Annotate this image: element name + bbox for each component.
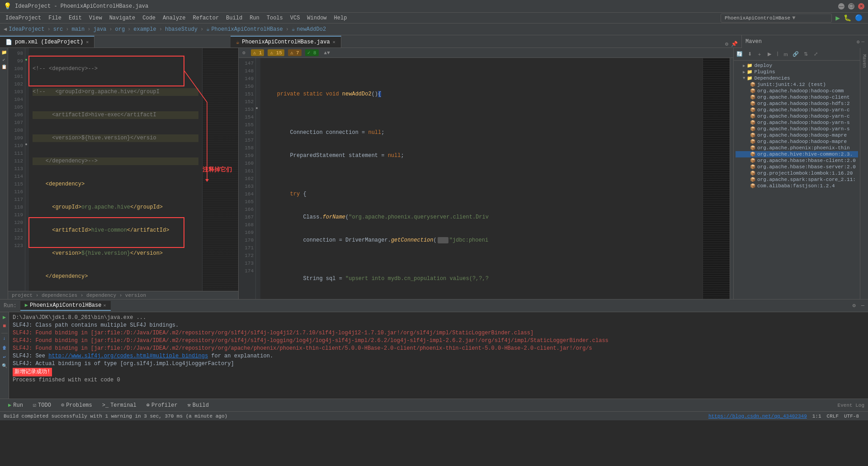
maven-dep-hive[interactable]: 📦 org.apache.hive:hive-common:2.3.: [736, 151, 858, 157]
menu-refactor[interactable]: Refactor: [189, 14, 223, 22]
menu-file[interactable]: File: [45, 14, 65, 22]
maven-minimize-icon[interactable]: —: [861, 39, 864, 44]
maven-run-icon[interactable]: ▶: [765, 50, 774, 58]
tab-pom[interactable]: 📄 pom.xml (IdeaProject) ✕: [0, 36, 94, 48]
minimize-button[interactable]: —: [838, 3, 844, 10]
btab-run[interactable]: ▶ Run: [4, 400, 28, 410]
run-tab-close[interactable]: ✕: [103, 303, 106, 308]
menu-tools[interactable]: Tools: [263, 14, 287, 22]
nav-org[interactable]: org: [115, 26, 125, 33]
maven-dep-fastjson[interactable]: 📦 com.alibaba:fastjson:1.2.4: [736, 183, 858, 189]
sidebar-project-icon[interactable]: 📁: [1, 50, 7, 56]
expand-warnings[interactable]: ▲▼: [324, 50, 330, 56]
maven-tab[interactable]: Maven ⚙ —: [741, 35, 868, 48]
maven-dep-hadoop-yarn3[interactable]: 📦 org.apache.hadoop:hadoop-yarn-s: [736, 119, 858, 126]
tab-java-close[interactable]: ✕: [333, 39, 335, 45]
btab-profiler[interactable]: ⊕ Profiler: [142, 400, 182, 410]
debug-button[interactable]: 🐛: [844, 14, 851, 22]
maven-dep-lombok[interactable]: 📦 org.projectlombok:lombok:1.16.20: [736, 170, 858, 176]
close-button[interactable]: ✕: [858, 3, 864, 10]
btab-terminal[interactable]: >_ Terminal: [98, 400, 141, 410]
maven-dep-junit[interactable]: 📦 junit:junit:4.12 (test): [736, 81, 858, 88]
maven-dep-hadoop-hdfs[interactable]: 📦 org.apache.hadoop:hadoop-hdfs:2: [736, 100, 858, 107]
right-code-content[interactable]: private static void newAddDo2(){ Connect…: [260, 58, 703, 299]
nav-java[interactable]: java: [93, 26, 106, 33]
event-log-label[interactable]: Event Log: [838, 403, 864, 408]
maven-dependencies[interactable]: ▼ 📁 Dependencies: [736, 75, 858, 81]
menu-build[interactable]: Build: [222, 14, 246, 22]
tab-pom-close[interactable]: ✕: [86, 39, 89, 45]
maven-add[interactable]: +: [755, 50, 764, 58]
editor-settings-icon[interactable]: ⚙: [725, 41, 728, 48]
maven-dep-phoenix-thin[interactable]: 📦 org.apache.phoenix:phoenix-thin: [736, 145, 858, 151]
nav-example[interactable]: example: [133, 26, 156, 33]
nav-project[interactable]: IdeaProject: [9, 26, 44, 33]
menu-navigate[interactable]: Navigate: [106, 14, 139, 22]
menu-run[interactable]: Run: [246, 14, 263, 22]
run-tab-main[interactable]: ▶ PhoenixApiControlHBase ✕: [20, 301, 111, 311]
coverage-button[interactable]: 🔵: [855, 14, 863, 22]
right-scrollbar[interactable]: [730, 58, 733, 299]
nav-class[interactable]: PhoenixApiControlHBase: [211, 26, 283, 33]
btab-problems[interactable]: ⊙ Problems: [57, 400, 97, 410]
nav-main[interactable]: main: [71, 26, 85, 33]
nav-hbasestudy[interactable]: hbaseStudy: [165, 26, 198, 33]
run-clear[interactable]: 🗑: [1, 345, 8, 352]
run-config-selector[interactable]: PhoenixApiControlHBase ▼: [721, 14, 832, 23]
left-code-content[interactable]: <!-- <dependency>--> <!-- <groupId>org.a…: [29, 48, 202, 291]
maven-dep-hadoop-client[interactable]: 📦 org.apache.hadoop:hadoop-client: [736, 94, 858, 100]
maven-deploy[interactable]: ▶ 📁 deploy: [736, 62, 858, 69]
nav-src[interactable]: src: [53, 26, 63, 33]
maven-dep-hadoop-yarn2[interactable]: 📦 org.apache.hadoop:hadoop-yarn-c: [736, 113, 858, 119]
run-settings-icon[interactable]: ⚙: [853, 302, 856, 309]
maven-toggle[interactable]: Maven: [862, 54, 867, 68]
encoding: UTF-8: [844, 414, 859, 419]
maven-dep-hadoop-comm[interactable]: 📦 org.apache.hadoop:hadoop-comm: [736, 88, 858, 94]
maven-download[interactable]: ⬇: [745, 50, 754, 58]
nav-method[interactable]: newAddDo2: [297, 26, 326, 33]
run-filter[interactable]: 🔍: [1, 363, 8, 371]
output-line-2: SLF4J: Found binding in [jar:file:/D:/Ja…: [13, 329, 864, 337]
run-wrap[interactable]: ↩: [1, 354, 8, 361]
btab-build[interactable]: ⚒ Build: [183, 400, 213, 410]
blog-link[interactable]: https://blog.csdn.net/qq_43402349: [708, 414, 807, 419]
maven-dep-hbase-server[interactable]: 📦 org.apache.hbase:hbase-server:2.0: [736, 164, 858, 170]
fold-icon[interactable]: ⚙: [242, 50, 245, 56]
sidebar-commit-icon[interactable]: ✔: [1, 57, 7, 63]
nav-back[interactable]: ◀: [4, 26, 7, 33]
sidebar-structure-icon[interactable]: 📋: [1, 64, 7, 71]
menu-vcs[interactable]: VCS: [287, 14, 304, 22]
menu-window[interactable]: Window: [303, 14, 330, 22]
menu-idea[interactable]: IdeaProject: [2, 14, 45, 22]
menu-view[interactable]: View: [85, 14, 106, 22]
maven-dep-hadoop-mapre2[interactable]: 📦 org.apache.hadoop:hadoop-mapre: [736, 138, 858, 145]
maven-refresh[interactable]: 🔄: [736, 50, 744, 58]
run-button[interactable]: ▶: [835, 14, 840, 23]
maximize-button[interactable]: ❐: [848, 3, 854, 10]
maven-dep-hadoop-mapre1[interactable]: 📦 org.apache.hadoop:hadoop-mapre: [736, 132, 858, 138]
maven-settings-icon[interactable]: ⚙: [857, 39, 860, 45]
line-ending: CRLF: [827, 414, 839, 419]
menu-help[interactable]: Help: [330, 14, 351, 22]
run-scroll-end[interactable]: ↓: [1, 336, 8, 343]
maven-link[interactable]: 🔗: [792, 50, 800, 58]
maven-dep-hadoop-yarn1[interactable]: 📦 org.apache.hadoop:hadoop-yarn-c: [736, 107, 858, 113]
maven-jump[interactable]: m: [782, 50, 790, 58]
menu-analyze[interactable]: Analyze: [159, 14, 189, 22]
editor-pin-icon[interactable]: 📌: [731, 41, 738, 48]
run-play-btn[interactable]: ▶: [1, 314, 8, 321]
maven-dep-hadoop-yarn4[interactable]: 📦 org.apache.hadoop:hadoop-yarn-s: [736, 126, 858, 132]
output-link[interactable]: http://www.slf4j.org/codes.html#multiple…: [48, 353, 208, 359]
menu-code[interactable]: Code: [139, 14, 159, 22]
btab-todo[interactable]: ☑ TODO: [28, 400, 56, 410]
menu-edit[interactable]: Edit: [65, 14, 85, 22]
run-stop-btn[interactable]: ■: [1, 323, 8, 330]
maven-dep-hbase-client[interactable]: 📦 org.apache.hbase:hbase-client:2.0: [736, 157, 858, 164]
maven-sort[interactable]: ⇅: [802, 50, 810, 58]
tab-java[interactable]: ☕ PhoenixApiControlHBase.java ✕: [231, 36, 341, 48]
maven-plugins[interactable]: ▶ 📁 Plugins: [736, 69, 858, 75]
right-tab-bar: ☕ PhoenixApiControlHBase.java ✕ ⚙ 📌: [231, 35, 741, 48]
run-minimize-icon[interactable]: —: [861, 303, 864, 309]
maven-dep-spark[interactable]: 📦 org.apache.spark:spark-core_2.11:: [736, 176, 858, 183]
maven-expand-all[interactable]: ⤢: [811, 50, 820, 58]
